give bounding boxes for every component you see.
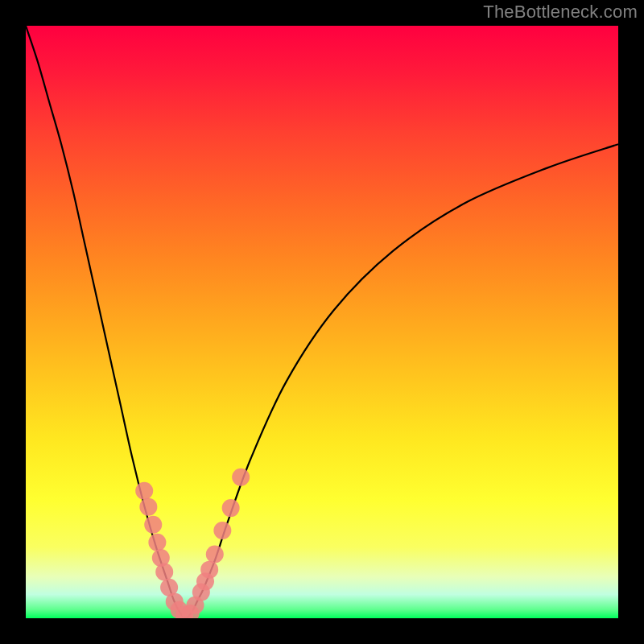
data-marker — [200, 561, 218, 579]
data-marker — [232, 469, 250, 486]
data-marker — [155, 564, 173, 581]
plot-area — [26, 26, 618, 618]
data-marker — [148, 534, 166, 551]
watermark-text: TheBottleneck.com — [483, 2, 638, 23]
data-marker — [222, 499, 240, 517]
chart-container: TheBottleneck.com — [0, 0, 644, 644]
bottleneck-curve — [26, 26, 618, 618]
marker-group — [135, 469, 250, 618]
curve-layer — [26, 26, 618, 618]
data-marker — [139, 498, 157, 516]
data-marker — [213, 522, 231, 539]
data-marker — [135, 482, 153, 500]
data-marker — [144, 516, 162, 534]
data-marker — [206, 546, 224, 564]
